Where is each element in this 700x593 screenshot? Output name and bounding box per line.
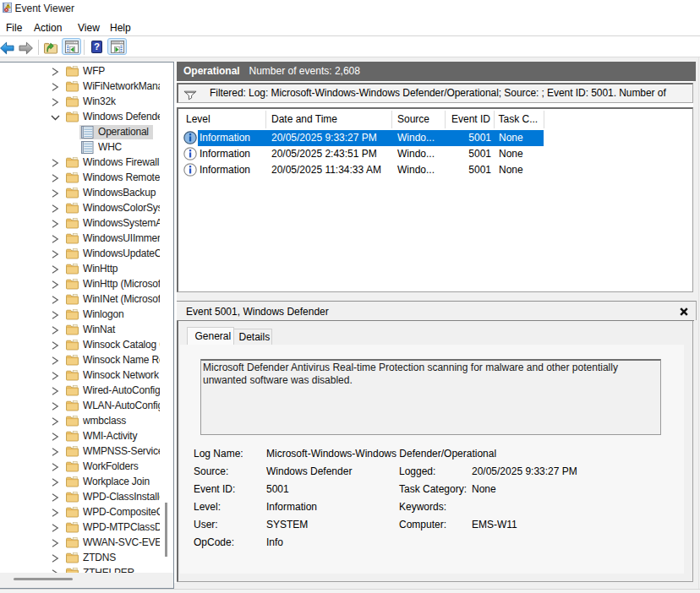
svg-text:?: ?: [94, 41, 100, 52]
